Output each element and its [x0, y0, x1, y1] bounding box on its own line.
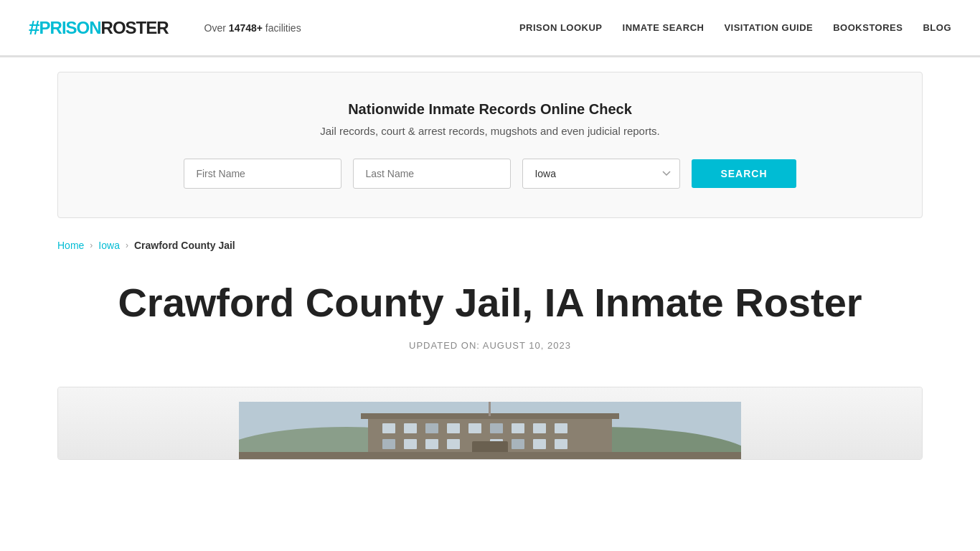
search-form: Iowa Alabama Alaska Arizona Arkansas Cal… [101, 159, 879, 189]
updated-date: UPDATED ON: AUGUST 10, 2023 [57, 340, 923, 351]
banner-subtitle: Jail records, court & arrest records, mu… [101, 125, 879, 137]
main-nav: PRISON LOOKUP INMATE SEARCH VISITATION G… [519, 22, 951, 33]
search-button[interactable]: SEARCH [692, 159, 796, 188]
nav-inmate-search[interactable]: INMATE SEARCH [623, 22, 705, 33]
search-banner: Nationwide Inmate Records Online Check J… [57, 72, 923, 218]
facility-image-section [57, 387, 923, 460]
facilities-prefix: Over [204, 22, 229, 34]
chevron-icon-2: › [126, 240, 128, 250]
svg-rect-17 [447, 439, 460, 449]
logo-prison: PRISON [39, 18, 101, 38]
logo-hash: # [29, 17, 39, 39]
page-title: Crawford County Jail, IA Inmate Roster [57, 280, 923, 326]
svg-rect-19 [512, 439, 524, 449]
site-header: #PRISONROSTER Over 14748+ facilities PRI… [0, 0, 980, 57]
svg-rect-14 [382, 439, 395, 449]
first-name-input[interactable] [184, 159, 341, 189]
svg-rect-13 [555, 423, 567, 433]
svg-rect-23 [489, 402, 491, 416]
logo-roster: ROSTER [101, 18, 169, 38]
facilities-number: 14748+ [229, 22, 263, 34]
nav-visitation-guide[interactable]: VISITATION GUIDE [724, 22, 813, 33]
main-content: Crawford County Jail, IA Inmate Roster U… [0, 258, 980, 387]
last-name-input[interactable] [353, 159, 511, 189]
nav-bookstores[interactable]: BOOKSTORES [833, 22, 903, 33]
facility-image-placeholder [58, 387, 922, 459]
svg-rect-20 [533, 439, 546, 449]
svg-rect-6 [404, 423, 417, 433]
nav-prison-lookup[interactable]: PRISON LOOKUP [519, 22, 603, 33]
breadcrumb-state[interactable]: Iowa [98, 240, 120, 251]
svg-rect-12 [533, 423, 546, 433]
chevron-icon-1: › [90, 240, 93, 250]
svg-rect-21 [555, 439, 567, 449]
breadcrumb-home[interactable]: Home [57, 240, 84, 251]
svg-rect-8 [447, 423, 460, 433]
breadcrumb: Home › Iowa › Crawford County Jail [0, 232, 980, 258]
facility-building-svg [239, 402, 741, 459]
nav-blog[interactable]: BLOG [923, 22, 951, 33]
svg-rect-15 [404, 439, 417, 449]
svg-rect-11 [512, 423, 524, 433]
breadcrumb-current: Crawford County Jail [134, 240, 235, 251]
state-select[interactable]: Iowa Alabama Alaska Arizona Arkansas Cal… [522, 159, 680, 189]
banner-title: Nationwide Inmate Records Online Check [101, 101, 879, 118]
svg-rect-16 [425, 439, 438, 449]
svg-rect-5 [382, 423, 395, 433]
facilities-count-text: Over 14748+ facilities [204, 22, 301, 34]
site-logo[interactable]: #PRISONROSTER [29, 17, 169, 39]
svg-rect-24 [239, 452, 741, 459]
svg-rect-7 [425, 423, 438, 433]
svg-rect-9 [468, 423, 481, 433]
facilities-suffix: facilities [263, 22, 301, 34]
svg-rect-10 [490, 423, 503, 433]
